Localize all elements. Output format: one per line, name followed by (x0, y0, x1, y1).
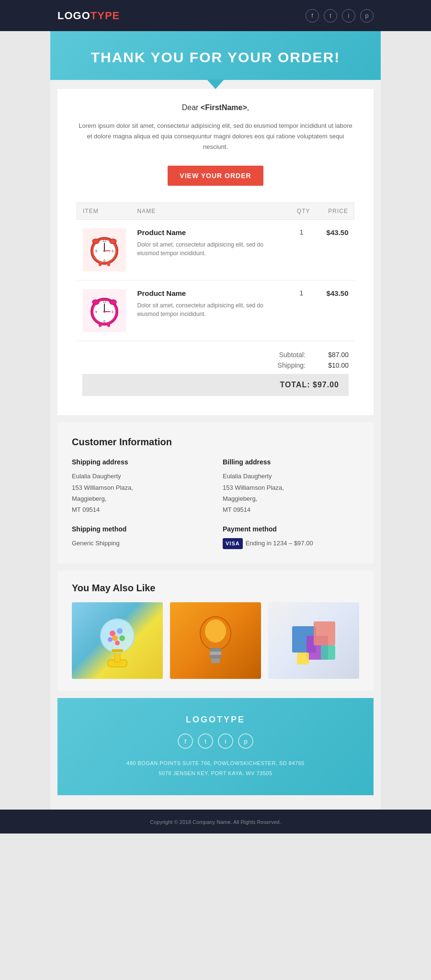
footer-logo: LOGOTYPE (67, 715, 364, 725)
pinterest-icon[interactable]: p (360, 9, 374, 23)
svg-point-34 (108, 637, 113, 642)
product-image-cell: 12 3 6 9 (77, 220, 132, 281)
facebook-icon[interactable]: f (306, 9, 319, 23)
product-price-1: $43.50 (316, 220, 354, 281)
svg-text:6: 6 (103, 259, 105, 262)
clock-svg-2: 12 3 6 9 (85, 292, 124, 330)
table-row: 12 3 6 9 (77, 281, 354, 341)
footer-facebook-icon[interactable]: f (178, 733, 193, 749)
billing-state-zip: MT 09514 (223, 506, 250, 513)
visa-badge: VISA (223, 538, 243, 550)
svg-point-10 (110, 239, 116, 244)
shipping-city: Maggieberg, (72, 495, 106, 502)
greeting: Dear <FirstName>, (77, 103, 354, 112)
hero-banner: THANK YOU FOR YOUR ORDER! (50, 31, 381, 80)
customer-info-section: Customer Information Shipping address Eu… (57, 422, 374, 563)
product-qty-1: 1 (287, 220, 316, 281)
svg-rect-45 (297, 653, 309, 665)
gumball-machine-image (72, 602, 163, 679)
product-name-cell: Product Name Dolor sit amet, consectetur… (132, 220, 287, 281)
col-qty: QTY (287, 203, 316, 220)
col-name: NAME (132, 203, 287, 220)
content-card: Dear <FirstName>, Lorem ipsum dolor sit … (57, 89, 374, 415)
svg-text:3: 3 (112, 249, 113, 253)
twitter-icon[interactable]: t (324, 9, 337, 23)
bottom-bar: Copyright © 2018 Company Name. All Right… (0, 810, 431, 834)
product-name-1: Product Name (137, 228, 282, 237)
svg-text:9: 9 (95, 249, 97, 253)
shipping-address-text: Eulalia Daugherty 153 Williamson Plaza, … (72, 471, 208, 516)
customer-info-title: Customer Information (72, 437, 359, 448)
blocks-svg (287, 607, 340, 674)
svg-rect-38 (210, 648, 221, 652)
also-like-product-1[interactable] (72, 602, 163, 679)
totals-section: Subtotal: $87.00 Shipping: $10.00 TOTAL:… (77, 341, 354, 401)
hero-arrow-container (50, 79, 381, 89)
product-image-cell-2: 12 3 6 9 (77, 281, 132, 341)
billing-street: 153 Williamson Plaza, (223, 484, 284, 491)
copyright-text: Copyright © 2018 Company Name. All Right… (150, 819, 281, 825)
svg-rect-24 (99, 323, 102, 327)
svg-rect-25 (107, 323, 110, 327)
hero-title: THANK YOU FOR YOUR ORDER! (60, 49, 371, 66)
email-wrapper: THANK YOU FOR YOUR ORDER! Dear <FirstNam… (50, 31, 381, 810)
svg-rect-12 (107, 262, 110, 266)
svg-point-31 (112, 635, 118, 641)
footer-instagram-icon[interactable]: i (218, 733, 233, 749)
bulb-svg (194, 607, 237, 674)
product-qty-2: 1 (287, 281, 316, 341)
table-row: 12 3 6 9 (77, 220, 354, 281)
shipping-method-title: Shipping method (72, 525, 208, 533)
light-bulb-image (170, 602, 261, 679)
product-price-2: $43.50 (316, 281, 354, 341)
svg-rect-40 (210, 655, 221, 658)
greeting-dear: Dear (182, 103, 201, 112)
footer-twitter-icon[interactable]: t (198, 733, 213, 749)
svg-point-30 (117, 628, 123, 634)
svg-point-28 (101, 619, 134, 653)
shipping-address-block: Shipping address Eulalia Daugherty 153 W… (72, 458, 208, 516)
footer-address-line2: 5078 JENSEN KEY, PORT KAYA, WV 73505 (67, 768, 364, 778)
billing-address-title: Billing address (223, 458, 359, 466)
billing-address-block: Billing address Eulalia Daugherty 153 Wi… (223, 458, 359, 516)
shipping-name: Eulalia Daugherty (72, 473, 121, 480)
footer-pinterest-icon[interactable]: p (238, 733, 253, 749)
also-like-product-2[interactable] (170, 602, 261, 679)
total-final: TOTAL: $97.00 (82, 374, 349, 396)
billing-name: Eulalia Daugherty (223, 473, 272, 480)
shipping-value: $10.00 (320, 361, 349, 369)
payment-detail: Ending in 1234 – $97.00 (246, 540, 313, 547)
view-order-button[interactable]: VIEW YOUR ORDER (168, 166, 263, 186)
shipping-street: 153 Williamson Plaza, (72, 484, 133, 491)
svg-text:9: 9 (95, 310, 97, 314)
logo: LOGOTYPE (57, 10, 120, 22)
billing-address-text: Eulalia Daugherty 153 Williamson Plaza, … (223, 471, 359, 516)
col-price: PRICE (316, 203, 354, 220)
shipping-method-value: Generic Shipping (72, 538, 208, 549)
svg-point-37 (205, 620, 226, 642)
svg-rect-41 (211, 658, 220, 663)
svg-text:6: 6 (103, 320, 105, 323)
subtotal-label: Subtotal: (279, 351, 306, 359)
gumball-svg (93, 607, 141, 674)
svg-point-32 (119, 635, 125, 641)
instagram-icon[interactable]: i (342, 9, 355, 23)
logo-logo-part: LOGO (57, 10, 91, 22)
product-image-pink-clock: 12 3 6 9 (83, 289, 126, 332)
also-like-product-3[interactable] (268, 602, 359, 679)
shipping-state-zip: MT 09514 (72, 506, 100, 513)
subtotal-value: $87.00 (320, 351, 349, 359)
shipping-address-title: Shipping address (72, 458, 208, 466)
payment-method-block: Payment method VISAEnding in 1234 – $97.… (223, 525, 359, 549)
svg-point-23 (110, 300, 116, 304)
footer-banner: LOGOTYPE f t i p 480 BOGAN POINTS SUITE … (57, 698, 374, 795)
intro-text: Lorem ipsum dolor sit amet, consectetur … (77, 121, 354, 152)
shipping-label: Shipping: (278, 361, 306, 369)
hero-arrow (207, 79, 224, 89)
svg-rect-44 (314, 621, 335, 645)
also-like-section: You May Also Like (57, 571, 374, 691)
blocks-image (268, 602, 359, 679)
payment-method-title: Payment method (223, 525, 359, 533)
svg-text:12: 12 (102, 239, 106, 242)
svg-point-22 (92, 300, 99, 304)
